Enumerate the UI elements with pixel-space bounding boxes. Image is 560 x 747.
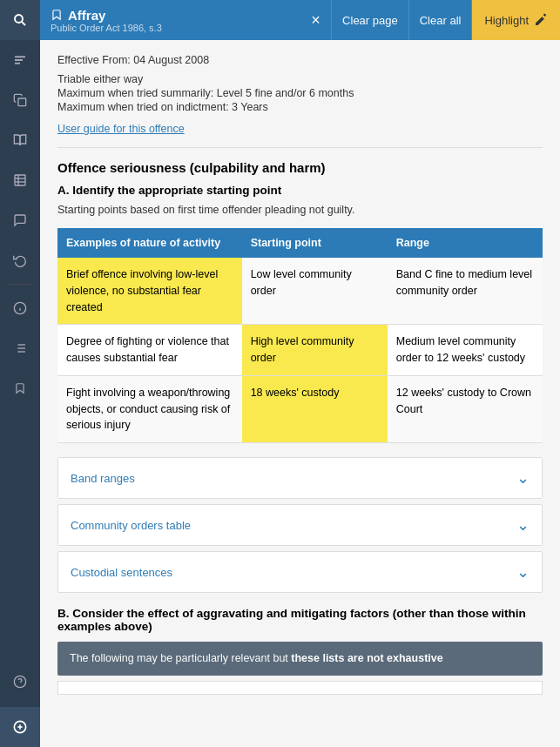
sidebar-icon-bookmark[interactable] — [0, 368, 40, 408]
table-cell-example: Brief offence involving low-level violen… — [57, 258, 242, 325]
table-cell-starting: Low level community order — [242, 258, 388, 325]
table-cell-example: Fight involving a weapon/throwing object… — [57, 375, 242, 442]
accordion-header-custodial-sentences[interactable]: Custodial sentences⌄ — [58, 552, 542, 592]
table-cell-starting: High level community order — [242, 325, 388, 376]
sidebar — [0, 0, 40, 747]
divider — [7, 284, 33, 285]
sidebar-icon-search[interactable] — [0, 0, 40, 40]
starting-points-intro: Starting points based on first time offe… — [57, 204, 543, 216]
header-subtitle: Public Order Act 1986, s.3 — [51, 23, 300, 33]
table-header-examples: Examples of nature of activity — [57, 228, 242, 258]
accordion-item-custodial-sentences: Custodial sentences⌄ — [57, 551, 543, 593]
max-indictment: Maximum when tried on indictment: 3 Year… — [57, 101, 543, 113]
triable-text: Triable either way — [57, 73, 543, 85]
offence-title: Offence seriousness (culpability and har… — [57, 160, 543, 175]
svg-rect-5 — [18, 98, 26, 106]
accordion-header-community-orders[interactable]: Community orders table⌄ — [58, 505, 542, 545]
highlight-button[interactable]: Highlight — [472, 0, 560, 40]
pen-icon — [534, 13, 548, 27]
clear-all-button[interactable]: Clear all — [409, 0, 473, 40]
effective-from: Effective From: 04 August 2008 — [57, 54, 543, 66]
table-cell-example: Degree of fighting or violence that caus… — [57, 325, 242, 376]
section-a-title: A. Identify the appropriate starting poi… — [57, 184, 543, 197]
sidebar-icon-add[interactable] — [0, 707, 40, 747]
accordion-label: Band ranges — [71, 472, 135, 485]
sidebar-icon-copy[interactable] — [0, 80, 40, 120]
divider-1 — [57, 147, 543, 148]
svg-point-0 — [15, 15, 23, 23]
sidebar-icon-help[interactable] — [0, 662, 40, 702]
info-box: The following may be particularly releva… — [57, 642, 543, 676]
info-box-text: The following may be particularly releva… — [70, 652, 291, 664]
sidebar-icon-chat[interactable] — [0, 200, 40, 240]
sidebar-icon-info[interactable] — [0, 288, 40, 328]
table-header-range: Range — [388, 228, 543, 258]
accordion-label: Community orders table — [71, 519, 191, 532]
svg-rect-6 — [15, 175, 25, 185]
accordion-item-community-orders: Community orders table⌄ — [57, 504, 543, 546]
sidebar-icon-list[interactable] — [0, 328, 40, 368]
header-close-button[interactable]: × — [300, 0, 332, 40]
table-cell-range: 12 weeks' custody to Crown Court — [388, 375, 543, 442]
table-header-starting: Starting point — [242, 228, 388, 258]
accordion-item-band-ranges: Band ranges⌄ — [57, 457, 543, 499]
section-b-title: B. Consider the effect of aggravating an… — [57, 607, 543, 633]
sidebar-icon-book[interactable] — [0, 120, 40, 160]
user-guide-link[interactable]: User guide for this offence — [57, 123, 185, 135]
clear-page-button[interactable]: Clear page — [332, 0, 409, 40]
header-title: Affray — [51, 8, 300, 23]
accordion-container: Band ranges⌄Community orders table⌄Custo… — [57, 457, 543, 593]
accordion-chevron-icon: ⌄ — [516, 562, 530, 582]
table-row: Fight involving a weapon/throwing object… — [57, 375, 543, 442]
table-row: Degree of fighting or violence that caus… — [57, 325, 543, 376]
sidebar-icon-table[interactable] — [0, 160, 40, 200]
svg-line-1 — [22, 22, 25, 25]
table-cell-range: Medium level community order to 12 weeks… — [388, 325, 543, 376]
info-box-bold: these lists are not exhaustive — [291, 652, 442, 664]
sidebar-icon-refresh[interactable] — [0, 240, 40, 280]
accordion-label: Custodial sentences — [71, 566, 172, 579]
sidebar-icon-sort[interactable] — [0, 40, 40, 80]
table-cell-range: Band C fine to medium level community or… — [388, 258, 543, 325]
table-row: Brief offence involving low-level violen… — [57, 258, 543, 325]
table-cell-starting: 18 weeks' custody — [242, 375, 388, 442]
sentencing-table: Examples of nature of activity Starting … — [57, 228, 543, 443]
max-summary: Maximum when tried summarily: Level 5 fi… — [57, 87, 543, 99]
accordion-chevron-icon: ⌄ — [516, 468, 530, 488]
accordion-chevron-icon: ⌄ — [516, 515, 530, 535]
bookmark-header-icon — [51, 8, 63, 22]
accordion-header-band-ranges[interactable]: Band ranges⌄ — [58, 458, 542, 498]
table-continuation — [57, 681, 543, 695]
